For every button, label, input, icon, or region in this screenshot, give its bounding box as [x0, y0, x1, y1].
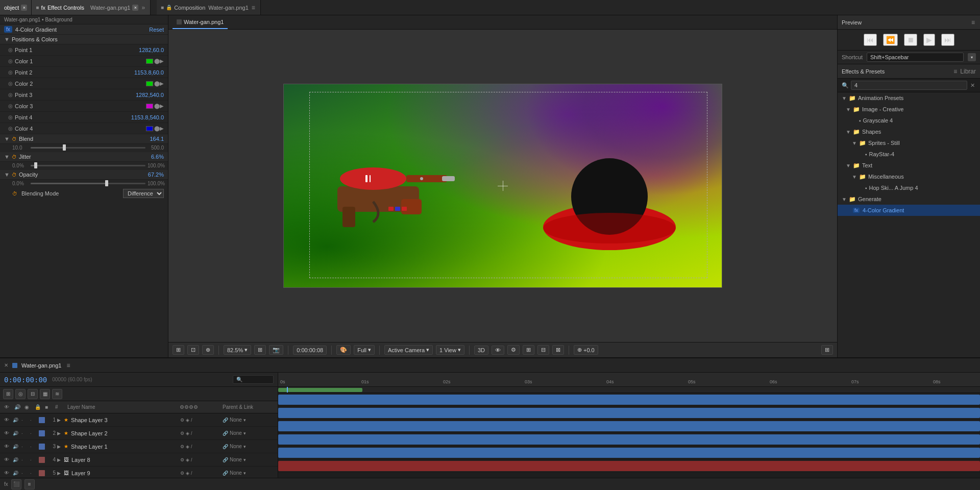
layer2-sw2[interactable]: ◈	[186, 431, 189, 436]
layer2-lock[interactable]: ·	[30, 431, 37, 436]
view-options-btn[interactable]: 👁	[492, 346, 504, 355]
layer1-sw1[interactable]: ⚙	[180, 418, 184, 423]
jitter-value[interactable]: 6.6%	[151, 154, 164, 160]
point1-value[interactable]: 1282,60.0	[139, 47, 164, 53]
layer3-color[interactable]	[39, 444, 45, 450]
layer2-sw1[interactable]: ⚙	[180, 431, 184, 436]
layer3-sw1[interactable]: ⚙	[180, 444, 184, 449]
jitter-slider[interactable]	[31, 165, 145, 166]
layer1-color[interactable]	[39, 417, 45, 423]
layer1-lock[interactable]: ·	[30, 418, 37, 423]
timeline-close-btn[interactable]: ✕	[4, 362, 8, 368]
motion-blur-btn[interactable]: ≋	[52, 389, 62, 399]
quality-btn[interactable]: Full ▾	[354, 345, 375, 355]
tl-bottom-btn2[interactable]: ≡	[24, 479, 35, 489]
goto-last-btn[interactable]: ⏭	[941, 34, 954, 46]
layer4-color[interactable]	[39, 457, 45, 463]
layer4-expand[interactable]: ▶	[57, 457, 62, 462]
shortcut-dropdown[interactable]: ▾	[968, 53, 976, 61]
snapshot-btn[interactable]: 📷	[269, 345, 283, 355]
color1-swatch[interactable]	[146, 59, 153, 64]
layer4-eye[interactable]: 👁	[4, 457, 11, 462]
layer5-parent-dropdown[interactable]: ▾	[243, 471, 246, 476]
layer3-solo[interactable]: ·	[21, 444, 29, 449]
layer1-parent-dropdown[interactable]: ▾	[243, 418, 246, 423]
goto-first-btn[interactable]: ⏮	[864, 34, 877, 46]
point3-value[interactable]: 1282,540.0	[136, 92, 164, 98]
close-effect-controls[interactable]: ×	[132, 5, 138, 11]
track-bar-4[interactable]	[278, 434, 980, 445]
layer-controls-btn[interactable]: ⊠	[552, 345, 564, 355]
layer3-sw3[interactable]: /	[191, 444, 192, 449]
track-bar-6[interactable]	[278, 461, 980, 471]
layer2-solo[interactable]: ·	[21, 431, 29, 436]
layer2-expand[interactable]: ▶	[57, 431, 62, 436]
grid2-btn[interactable]: ⊞	[523, 345, 534, 355]
color3-swatch[interactable]	[146, 104, 153, 109]
tl-ruler[interactable]: 0s 01s 02s 03s 04s 05s 06s 07s 08s 09s 1…	[278, 373, 980, 387]
offset-btn[interactable]: ⊕ +0.0	[574, 345, 598, 355]
layer5-color[interactable]	[39, 470, 45, 476]
layer5-lock[interactable]: ·	[30, 471, 37, 476]
view-btn[interactable]: 1 View ▾	[436, 345, 464, 355]
layer1-solo[interactable]: ·	[21, 418, 29, 423]
track-bar-1[interactable]	[278, 395, 980, 405]
tree-miscellaneous[interactable]: ▼ 📁 Miscellaneous	[838, 171, 980, 182]
track-bar-5[interactable]	[278, 448, 980, 458]
layer5-expand[interactable]: ▶	[57, 471, 62, 476]
tree-animation-presets[interactable]: ▼ 📁 Animation Presets	[838, 92, 980, 104]
color2-swatch[interactable]	[146, 81, 153, 86]
timecode-btn[interactable]: 0:00:00:08	[293, 346, 327, 355]
effects-search-input[interactable]	[851, 81, 967, 90]
opacity-slider-thumb[interactable]	[105, 180, 108, 186]
layer2-audio[interactable]: 🔊	[13, 431, 20, 436]
layer4-solo[interactable]: ·	[21, 457, 29, 462]
title-safe-btn[interactable]: ⊡	[187, 345, 199, 355]
pre-comp-btn[interactable]: ⊟	[28, 389, 38, 399]
tl-playhead-area[interactable]	[278, 387, 980, 393]
layer5-solo[interactable]: ·	[21, 471, 29, 476]
layer1-sw3[interactable]: /	[191, 418, 192, 423]
track-bar-3[interactable]	[278, 421, 980, 431]
grid-btn[interactable]: ⊕	[202, 345, 214, 355]
preview-hamburger[interactable]: ≡	[970, 19, 976, 26]
layer3-sw2[interactable]: ◈	[186, 444, 189, 449]
tree-raystar4[interactable]: ▶ ▪ RayStar-4	[838, 149, 980, 160]
layer2-color[interactable]	[39, 430, 45, 436]
new-layer-btn[interactable]: ⊞	[3, 389, 13, 399]
misc-toggle[interactable]: ▼	[852, 174, 857, 180]
opacity-header[interactable]: ▼ ⏱ Opacity 67.2%	[0, 170, 168, 180]
layer5-sw3[interactable]: /	[191, 471, 192, 476]
generate-toggle[interactable]: ▼	[842, 197, 847, 202]
layer4-sw1[interactable]: ⚙	[180, 457, 184, 462]
tree-sprites-still[interactable]: ▼ 📁 Sprites - Still	[838, 137, 980, 149]
play-btn[interactable]: ▶	[923, 34, 935, 46]
layer3-lock[interactable]: ·	[30, 444, 37, 449]
layer5-none[interactable]: None	[230, 470, 242, 476]
layer4-sw3[interactable]: /	[191, 457, 192, 462]
playhead-line[interactable]	[287, 387, 288, 393]
step-back-btn[interactable]: ⏪	[883, 34, 898, 46]
tree-four-color-gradient[interactable]: ▶ fx 4-Color Gradient	[838, 205, 980, 216]
blending-mode-select[interactable]: Difference Normal Add Multiply	[123, 189, 164, 198]
layer5-eye[interactable]: 👁	[4, 470, 11, 476]
timeline-hamburger[interactable]: ≡	[65, 362, 71, 369]
layer3-parent-dropdown[interactable]: ▾	[243, 444, 246, 449]
image-creative-toggle[interactable]: ▼	[846, 107, 851, 112]
layer3-eye[interactable]: 👁	[4, 444, 11, 449]
point2-value[interactable]: 1153.8,60.0	[134, 69, 164, 76]
camera-btn[interactable]: Active Camera ▾	[384, 345, 433, 355]
frame-blend-btn[interactable]: ▦	[40, 389, 50, 399]
zoom-btn[interactable]: 82.5% ▾	[224, 345, 251, 355]
tree-generate[interactable]: ▼ 📁 Generate	[838, 193, 980, 205]
toggle-positions[interactable]: ▼	[4, 36, 10, 42]
color-manage-btn[interactable]: 🎨	[336, 345, 351, 355]
layer4-lock[interactable]: ·	[30, 457, 37, 462]
tree-text[interactable]: ▼ 📁 Text	[838, 160, 980, 171]
blend-value[interactable]: 164.1	[150, 136, 164, 142]
stop-btn[interactable]: ⏹	[904, 34, 917, 46]
opacity-slider[interactable]	[31, 183, 145, 184]
blend-slider[interactable]	[31, 147, 145, 149]
comp-file-tab[interactable]: Water-gan.png1	[173, 15, 228, 29]
shapes-toggle[interactable]: ▼	[846, 129, 851, 135]
